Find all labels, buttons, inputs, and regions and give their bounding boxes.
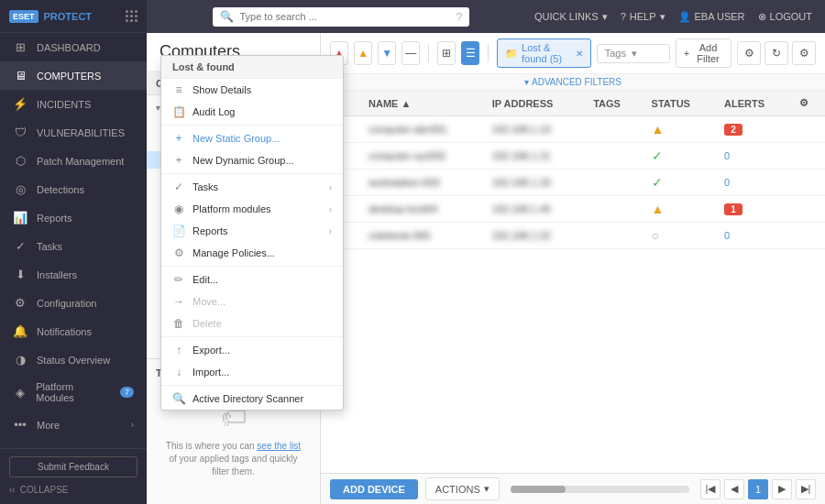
list-view-btn[interactable]: ☰	[461, 41, 479, 65]
sidebar-item-detections[interactable]: ◎ Detections	[0, 175, 147, 203]
sidebar-label-patch: Patch Management	[37, 156, 124, 167]
sidebar-item-more[interactable]: ••• More ›	[0, 411, 147, 439]
filter-folder-icon: 📁	[505, 48, 518, 60]
logout-btn[interactable]: ⊗ LOGOUT	[758, 11, 812, 23]
ctx-tasks[interactable]: ✓ Tasks ›	[161, 176, 343, 198]
sidebar-item-status-overview[interactable]: ◑ Status Overview	[0, 345, 147, 374]
status-ok-icon: ✓	[652, 148, 663, 163]
th-name[interactable]: NAME ▲	[359, 91, 483, 116]
row-ip-1: 192.168.1.21	[483, 143, 584, 170]
collapse-button[interactable]: ‹‹ COLLAPSE	[9, 483, 138, 497]
collapse-arrow-icon: ‹‹	[9, 485, 16, 495]
search-input[interactable]	[239, 11, 450, 22]
sidebar-item-installers[interactable]: ⬇ Installers	[0, 260, 147, 289]
sidebar-item-notifications[interactable]: 🔔 Notifications	[0, 317, 147, 345]
ctx-manage-policies[interactable]: ⚙ Manage Policies...	[161, 242, 343, 264]
sidebar-nav: ⊞ DASHBOARD 🖥 COMPUTERS ⚡ INCIDENTS 🛡 VU…	[0, 33, 147, 448]
refresh-btn[interactable]: ↻	[764, 41, 788, 65]
ctx-new-dynamic-group[interactable]: + New Dynamic Group...	[161, 149, 343, 171]
submit-feedback-button[interactable]: Submit Feedback	[9, 456, 138, 477]
sidebar-item-patch-management[interactable]: ⬡ Patch Management	[0, 147, 147, 175]
ctx-divider-2	[161, 173, 343, 174]
add-device-button[interactable]: ADD DEVICE	[330, 479, 418, 499]
table-row: workstation-003 192.168.1.33 ✓ 0	[321, 170, 825, 196]
dash-btn[interactable]: —	[402, 41, 420, 65]
sidebar-item-incidents[interactable]: ⚡ INCIDENTS	[0, 90, 147, 118]
add-filter-button[interactable]: + Add Filter	[676, 38, 732, 68]
advanced-filters-button[interactable]: ▾ ADVANCED FILTERS	[524, 77, 622, 87]
table-settings-btn[interactable]: ⚙	[737, 41, 761, 65]
help-label: HELP	[630, 11, 656, 22]
page-prev-btn[interactable]: ◀	[724, 479, 744, 499]
new-dynamic-icon: +	[172, 154, 185, 167]
logo-box: ESET	[9, 10, 38, 23]
th-ip[interactable]: IP ADDRESS	[483, 91, 584, 116]
sidebar-item-computers[interactable]: 🖥 COMPUTERS	[0, 61, 147, 90]
lost-found-filter-tab[interactable]: 📁 Lost & found (5) ✕	[497, 38, 591, 68]
app-name: PROTECT	[44, 11, 93, 22]
row-alerts-3: 1	[715, 196, 790, 223]
advanced-filters-label: ADVANCED FILTERS	[532, 77, 622, 87]
grid-view-btn[interactable]: ⊞	[437, 41, 456, 65]
platform-icon: ◈	[13, 386, 27, 400]
more-icon: •••	[13, 418, 28, 432]
incidents-icon: ⚡	[13, 97, 28, 111]
patch-icon: ⬡	[13, 154, 28, 168]
search-icon: 🔍	[220, 10, 234, 23]
alert-badge-red: 2	[724, 124, 742, 136]
ctx-export-label: Export...	[192, 345, 230, 356]
ctx-import[interactable]: ↓ Import...	[161, 361, 343, 383]
tags-desc-end: of your applied tags and quickly filter …	[169, 454, 297, 477]
flag-blue-btn[interactable]: ▼	[378, 41, 396, 65]
sidebar-item-vulnerabilities[interactable]: 🛡 VULNERABILITIES	[0, 118, 147, 147]
ctx-audit-log-label: Audit Log	[192, 106, 235, 117]
sidebar-item-dashboard[interactable]: ⊞ DASHBOARD	[0, 33, 147, 61]
quick-links-btn[interactable]: QUICK LINKS ▾	[534, 11, 608, 23]
column-settings-icon[interactable]: ⚙	[799, 97, 808, 108]
ctx-reports[interactable]: 📄 Reports ›	[161, 220, 343, 242]
help-btn[interactable]: ? HELP ▾	[621, 11, 666, 23]
row-name-0: computer-abc001	[359, 116, 483, 143]
topbar-links: QUICK LINKS ▾ ? HELP ▾ 👤 EBA USER ⊗ LOGO…	[534, 11, 812, 23]
ctx-platform-modules[interactable]: ◉ Platform modules ›	[161, 198, 343, 220]
filter-tab-close-icon[interactable]: ✕	[576, 49, 583, 59]
horizontal-scrollbar[interactable]	[511, 486, 689, 493]
new-static-icon: +	[172, 132, 185, 145]
sidebar-label-config: Configuration	[37, 298, 96, 309]
ctx-active-directory[interactable]: 🔍 Active Directory Scanner	[161, 388, 343, 410]
dots-menu-icon[interactable]	[126, 10, 138, 22]
th-actions: ⚙	[790, 91, 825, 116]
sidebar-item-reports[interactable]: 📊 Reports	[0, 203, 147, 232]
sidebar-item-platform-modules[interactable]: ◈ Platform Modules 7	[0, 374, 147, 411]
more-options-btn[interactable]: ⚙	[792, 41, 816, 65]
ctx-export[interactable]: ↑ Export...	[161, 339, 343, 361]
row-status-2: ✓	[643, 170, 716, 196]
ctx-new-static-group[interactable]: + New Static Group...	[161, 127, 343, 149]
table-row: desktop-host04 192.168.1.45 ▲ 1	[321, 196, 825, 223]
flag-orange-btn[interactable]: ▲	[354, 41, 372, 65]
installers-icon: ⬇	[13, 268, 28, 281]
ctx-delete: 🗑 Delete	[161, 312, 343, 334]
th-tags[interactable]: TAGS	[584, 91, 642, 116]
th-status[interactable]: STATUS	[643, 91, 716, 116]
th-alerts[interactable]: ALERTS	[715, 91, 790, 116]
page-next-btn[interactable]: ▶	[772, 479, 792, 499]
sidebar-item-tasks[interactable]: ✓ Tasks	[0, 232, 147, 260]
ctx-edit[interactable]: ✏ Edit...	[161, 268, 343, 290]
ctx-audit-log[interactable]: 📋 Audit Log	[161, 101, 343, 123]
add-filter-icon: +	[684, 48, 689, 59]
actions-arrow: ▾	[484, 483, 490, 495]
page-current: 1	[748, 479, 768, 499]
user-btn[interactable]: 👤 EBA USER	[678, 11, 745, 23]
sidebar-item-configuration[interactable]: ⚙ Configuration	[0, 289, 147, 317]
tags-filter-dropdown[interactable]: Tags ▾	[597, 44, 670, 63]
table-row: notebook-005 192.168.1.52 ○ 0	[321, 223, 825, 249]
actions-dropdown[interactable]: ACTIONS ▾	[425, 477, 500, 500]
logout-icon: ⊗	[758, 11, 766, 23]
policies-icon: ⚙	[172, 247, 185, 259]
ctx-show-details[interactable]: ≡ Show Details	[161, 79, 343, 101]
page-first-btn[interactable]: |◀	[700, 479, 720, 499]
page-last-btn[interactable]: ▶|	[796, 479, 816, 499]
row-status-0: ▲	[643, 116, 716, 143]
tags-desc-link[interactable]: see the list	[257, 441, 301, 451]
